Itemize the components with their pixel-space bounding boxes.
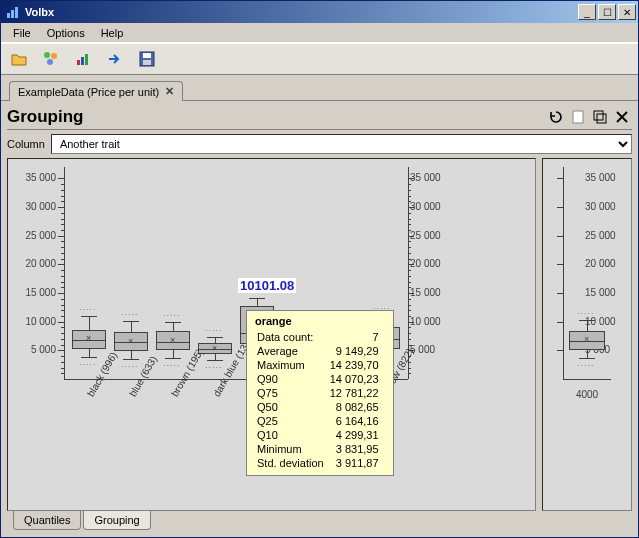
svg-rect-6 — [77, 60, 80, 65]
svg-rect-1 — [11, 10, 14, 18]
y-tick-label: 20 000 — [12, 258, 56, 269]
menu-file[interactable]: File — [5, 25, 39, 41]
tab-quantiles[interactable]: Quantiles — [13, 511, 81, 530]
titlebar: Volbx _ ☐ ✕ — [1, 1, 638, 23]
column-label: Column — [7, 138, 45, 150]
y-tick-label: 30 000 — [410, 201, 446, 212]
tooltip-row-value: 8 082,65 — [330, 401, 383, 413]
close-button[interactable]: ✕ — [618, 4, 636, 20]
tooltip-row-label: Average — [257, 345, 328, 357]
save-icon[interactable] — [135, 47, 159, 71]
tooltip-row-value: 3 911,87 — [330, 457, 383, 469]
svg-rect-10 — [143, 53, 151, 58]
tooltip-row-label: Q75 — [257, 387, 328, 399]
menu-help[interactable]: Help — [93, 25, 132, 41]
summary-boxplot: 35 00030 00025 00020 00015 00010 0005 00… — [542, 158, 632, 511]
svg-rect-11 — [143, 60, 151, 65]
window-buttons: _ ☐ ✕ — [578, 4, 636, 20]
panel-close-icon[interactable] — [612, 107, 632, 127]
tab-grouping[interactable]: Grouping — [83, 511, 150, 530]
menubar: File Options Help — [1, 23, 638, 43]
panel-title: Grouping — [7, 107, 544, 127]
svg-rect-13 — [594, 111, 603, 120]
new-page-icon[interactable] — [568, 107, 588, 127]
chart-icon[interactable] — [71, 47, 95, 71]
svg-rect-12 — [573, 111, 583, 123]
duplicate-icon[interactable] — [590, 107, 610, 127]
svg-point-4 — [51, 53, 57, 59]
close-tab-icon[interactable]: ✕ — [165, 85, 174, 98]
y-tick-label: 15 000 — [410, 287, 446, 298]
open-icon[interactable] — [7, 47, 31, 71]
config-icon[interactable] — [39, 47, 63, 71]
y-tick-label: 20 000 — [585, 258, 629, 269]
y-tick-label: 30 000 — [585, 201, 629, 212]
panel: Grouping Column Another trait 35 00035 0… — [1, 101, 638, 537]
maximize-button[interactable]: ☐ — [598, 4, 616, 20]
svg-rect-2 — [15, 7, 18, 18]
tooltip-row-value: 9 149,29 — [330, 345, 383, 357]
tooltip-row-label: Data count: — [257, 331, 328, 343]
bottom-tabs: Quantiles Grouping — [7, 511, 632, 533]
tooltip-row-value: 14 239,70 — [330, 359, 383, 371]
tooltip-row-value: 14 070,23 — [330, 373, 383, 385]
tooltip-row-label: Q10 — [257, 429, 328, 441]
y-tick-label: 10 000 — [12, 316, 56, 327]
tooltip-row-label: Std. deviation — [257, 457, 328, 469]
x-category-label: brown (195) — [169, 347, 205, 399]
y-tick-label: 10 000 — [410, 316, 446, 327]
svg-rect-14 — [597, 114, 606, 123]
export-icon[interactable] — [103, 47, 127, 71]
y-tick-label: 15 000 — [585, 287, 629, 298]
y-tick-label: 25 000 — [585, 230, 629, 241]
tooltip-title: orange — [255, 315, 385, 327]
y-tick-label: 30 000 — [12, 201, 56, 212]
y-tick-label: 35 000 — [585, 172, 629, 183]
tooltip-row-label: Maximum — [257, 359, 328, 371]
tooltip-row-label: Q90 — [257, 373, 328, 385]
svg-point-5 — [47, 59, 53, 65]
highlight-value-label: 10101.08 — [238, 278, 296, 293]
tooltip-row-value: 7 — [330, 331, 383, 343]
window-title: Volbx — [25, 6, 578, 18]
app-icon — [5, 4, 21, 20]
tooltip-row-value: 12 781,22 — [330, 387, 383, 399]
y-tick-label: 15 000 — [12, 287, 56, 298]
svg-point-3 — [44, 52, 50, 58]
y-tick-label: 5 000 — [410, 344, 446, 355]
document-tabs: ExampleData (Price per unit) ✕ — [1, 75, 638, 101]
toolbar — [1, 43, 638, 75]
column-selector-row: Column Another trait — [7, 134, 632, 154]
y-tick-label: 25 000 — [410, 230, 446, 241]
tooltip-row-label: Minimum — [257, 443, 328, 455]
y-tick-label: 5 000 — [12, 344, 56, 355]
tooltip-row-value: 3 831,95 — [330, 443, 383, 455]
tooltip-row-label: Q25 — [257, 415, 328, 427]
y-tick-label: 25 000 — [12, 230, 56, 241]
refresh-icon[interactable] — [546, 107, 566, 127]
y-tick-label: 35 000 — [410, 172, 446, 183]
stats-tooltip: orangeData count:7Average9 149,29Maximum… — [246, 310, 394, 476]
app-window: Volbx _ ☐ ✕ File Options Help ExampleDat… — [0, 0, 639, 538]
main-boxplot: 35 00035 00030 00030 00025 00025 00020 0… — [7, 158, 536, 511]
document-tab[interactable]: ExampleData (Price per unit) ✕ — [9, 81, 183, 101]
side-x-label: 4000 — [569, 389, 605, 400]
menu-options[interactable]: Options — [39, 25, 93, 41]
panel-header: Grouping — [7, 105, 632, 130]
document-tab-label: ExampleData (Price per unit) — [18, 86, 159, 98]
y-tick-label: 35 000 — [12, 172, 56, 183]
tooltip-row-label: Q50 — [257, 401, 328, 413]
svg-rect-8 — [85, 54, 88, 65]
svg-rect-7 — [81, 57, 84, 65]
column-select[interactable]: Another trait — [51, 134, 632, 154]
tooltip-row-value: 6 164,16 — [330, 415, 383, 427]
y-tick-label: 20 000 — [410, 258, 446, 269]
minimize-button[interactable]: _ — [578, 4, 596, 20]
chart-area: 35 00035 00030 00030 00025 00025 00020 0… — [7, 158, 632, 511]
svg-rect-0 — [7, 13, 10, 18]
tooltip-row-value: 4 299,31 — [330, 429, 383, 441]
